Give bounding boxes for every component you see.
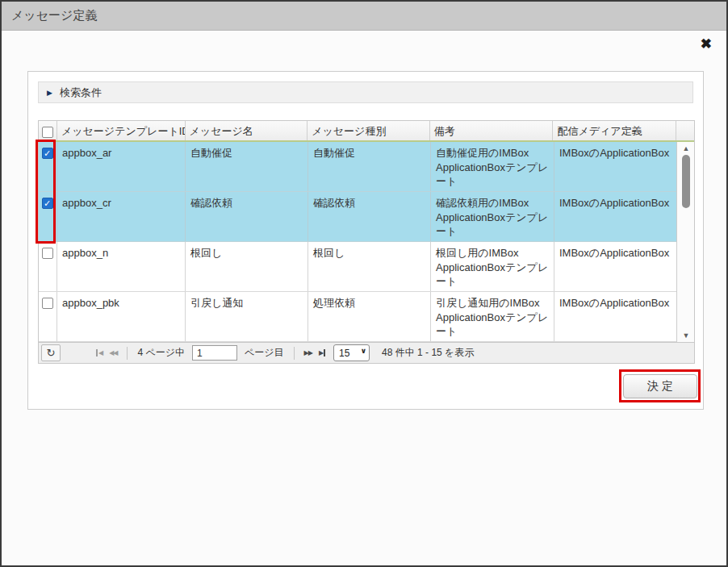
- table-row[interactable]: ✓ appbox_pbk 引戻し通知 処理依頼 引戻し通知用のIMBox App…: [39, 292, 678, 342]
- cell-message-type: 根回し: [308, 242, 431, 291]
- check-icon: ✓: [44, 198, 51, 210]
- scrollbar-header-spacer: [676, 121, 694, 140]
- dialog-titlebar[interactable]: メッセージ定義: [2, 2, 726, 31]
- expand-arrow-icon: ▶: [47, 89, 52, 97]
- table-row[interactable]: ✓ appbox_ar 自動催促 自動催促 自動催促用のIMBox Applic…: [39, 142, 678, 192]
- cell-message-name: 確認依頼: [186, 192, 308, 241]
- column-header-note[interactable]: 備考: [430, 121, 554, 140]
- search-conditions-label: 検索条件: [60, 85, 102, 100]
- page-count-label: 4 ページ中: [137, 346, 185, 360]
- cell-message-type: 自動催促: [308, 142, 431, 191]
- cell-message-name: 自動催促: [186, 142, 308, 191]
- cell-media-definition: IMBoxのApplicationBox: [554, 142, 678, 191]
- content-panel: ▶ 検索条件 ✓ メッセージテンプレートID メッセージ名 メッセージ種別 備考…: [27, 71, 704, 410]
- vertical-scrollbar[interactable]: ▲ ▼: [676, 142, 694, 342]
- row-checkbox[interactable]: ✓: [42, 248, 53, 259]
- grid-rows: ✓ appbox_ar 自動催促 自動催促 自動催促用のIMBox Applic…: [39, 142, 678, 342]
- message-template-grid: ✓ メッセージテンプレートID メッセージ名 メッセージ種別 備考 配信メディア…: [38, 120, 695, 364]
- cell-template-id: appbox_ar: [57, 142, 186, 191]
- grid-body: ✓ appbox_ar 自動催促 自動催促 自動催促用のIMBox Applic…: [39, 142, 694, 342]
- column-header-template-id[interactable]: メッセージテンプレートID: [57, 121, 186, 140]
- column-header-media-definition[interactable]: 配信メディア定義: [553, 121, 676, 140]
- submit-button[interactable]: 決 定: [623, 374, 697, 398]
- scrollbar-thumb[interactable]: [682, 155, 690, 208]
- dialog-title: メッセージ定義: [11, 8, 97, 23]
- cell-media-definition: IMBoxのApplicationBox: [554, 192, 678, 241]
- pager-nav: ◀ ◀◀ 4 ページ中 ページ目 ▶▶ ▶ 15 ∨: [93, 344, 370, 361]
- refresh-icon[interactable]: ↻: [41, 344, 61, 361]
- prev-page-icon[interactable]: ◀◀: [106, 348, 120, 358]
- table-row[interactable]: ✓ appbox_n 根回し 根回し 根回し用のIMBox Applicatio…: [39, 242, 678, 292]
- row-checkbox-cell: ✓: [39, 192, 57, 241]
- close-icon[interactable]: ✖: [699, 35, 713, 52]
- scroll-up-icon[interactable]: ▲: [677, 144, 694, 152]
- cell-media-definition: IMBoxのApplicationBox: [554, 292, 678, 341]
- cell-note: 確認依頼用のIMBox ApplicationBoxテンプレート: [431, 192, 554, 241]
- row-checkbox[interactable]: ✓: [42, 198, 53, 209]
- row-checkbox[interactable]: ✓: [42, 298, 53, 309]
- row-checkbox-cell: ✓: [39, 242, 57, 291]
- grid-pager: ↻ ◀ ◀◀ 4 ページ中 ページ目 ▶▶ ▶ 15 ∨: [39, 342, 694, 363]
- cell-media-definition: IMBoxのApplicationBox: [554, 242, 678, 291]
- page-number-input[interactable]: [192, 345, 237, 361]
- cell-note: 自動催促用のIMBox ApplicationBoxテンプレート: [431, 142, 554, 191]
- cell-message-name: 引戻し通知: [186, 292, 308, 341]
- search-conditions-toggle[interactable]: ▶ 検索条件: [38, 81, 693, 103]
- row-checkbox[interactable]: ✓: [42, 148, 53, 159]
- column-header-message-name[interactable]: メッセージ名: [186, 121, 308, 140]
- select-all-cell: ✓: [39, 121, 57, 140]
- row-checkbox-cell: ✓: [39, 142, 57, 191]
- cell-message-name: 根回し: [186, 242, 308, 291]
- last-page-icon[interactable]: ▶: [316, 348, 328, 358]
- cell-template-id: appbox_pbk: [57, 292, 186, 341]
- first-page-icon[interactable]: ◀: [93, 348, 106, 358]
- page-size-select[interactable]: 15: [333, 344, 370, 361]
- scroll-down-icon[interactable]: ▼: [677, 331, 694, 340]
- select-all-checkbox[interactable]: ✓: [42, 127, 53, 138]
- column-header-message-type[interactable]: メッセージ種別: [308, 121, 430, 140]
- cell-message-type: 処理依頼: [308, 292, 431, 341]
- pager-separator: [294, 347, 295, 360]
- records-status: 48 件中 1 - 15 を表示: [382, 346, 474, 360]
- check-icon: ✓: [44, 148, 51, 160]
- next-page-icon[interactable]: ▶▶: [301, 348, 316, 358]
- grid-header: ✓ メッセージテンプレートID メッセージ名 メッセージ種別 備考 配信メディア…: [39, 121, 694, 142]
- cell-note: 根回し用のIMBox ApplicationBoxテンプレート: [431, 242, 554, 291]
- message-definition-dialog: メッセージ定義 ✖ ▶ 検索条件 ✓ メッセージテンプレートID メッセージ名 …: [0, 0, 728, 567]
- cell-template-id: appbox_n: [57, 242, 186, 291]
- cell-note: 引戻し通知用のIMBox ApplicationBoxテンプレート: [431, 292, 554, 341]
- cell-template-id: appbox_cr: [57, 192, 186, 241]
- row-checkbox-cell: ✓: [39, 292, 57, 341]
- pager-separator: [127, 347, 128, 360]
- cell-message-type: 確認依頼: [308, 192, 431, 241]
- table-row[interactable]: ✓ appbox_cr 確認依頼 確認依頼 確認依頼用のIMBox Applic…: [39, 192, 678, 242]
- page-unit-label: ページ目: [245, 346, 284, 360]
- page-size-select-wrap: 15 ∨: [333, 344, 370, 361]
